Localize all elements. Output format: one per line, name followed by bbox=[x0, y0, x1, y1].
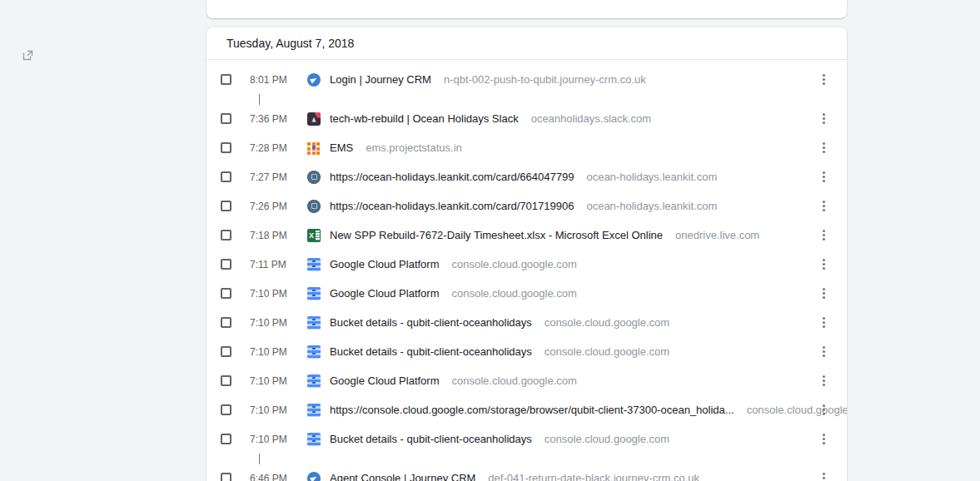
gcp-favicon-icon bbox=[307, 374, 321, 388]
visit-time: 7:27 PM bbox=[250, 171, 307, 183]
row-checkbox[interactable] bbox=[221, 434, 231, 444]
history-row: 7:10 PMBucket details - qubit-client-oce… bbox=[206, 308, 847, 337]
history-row: 7:10 PMGoogle Cloud Platformconsole.clou… bbox=[206, 279, 847, 308]
gcp-favicon-icon bbox=[307, 287, 321, 300]
page-domain: onedrive.live.com bbox=[675, 229, 759, 241]
page-title-link[interactable]: Google Cloud Platform bbox=[330, 287, 440, 300]
page-title-link[interactable]: https://ocean-holidays.leankit.com/card/… bbox=[330, 171, 574, 183]
open-in-new-icon[interactable] bbox=[22, 50, 33, 61]
history-list: 8:01 PMLogin | Journey CRMn-qbt-002-push… bbox=[206, 60, 847, 481]
visit-time: 7:26 PM bbox=[250, 201, 307, 212]
kebab-menu-icon[interactable] bbox=[818, 473, 829, 481]
date-header: Tuesday, August 7, 2018 bbox=[206, 27, 847, 60]
row-gap bbox=[206, 94, 847, 104]
page-title-link[interactable]: tech-wb-rebuild | Ocean Holidays Slack bbox=[330, 112, 519, 125]
page-title-link[interactable]: https://console.cloud.google.com/storage… bbox=[330, 404, 734, 416]
page-title-link[interactable]: Google Cloud Platform bbox=[330, 258, 440, 270]
history-row: 7:11 PMGoogle Cloud Platformconsole.clou… bbox=[206, 250, 847, 279]
history-row: 7:10 PMhttps://console.cloud.google.com/… bbox=[206, 395, 847, 424]
row-gap bbox=[206, 454, 847, 464]
row-checkbox[interactable] bbox=[221, 230, 231, 240]
page-title-link[interactable]: Agent Console | Journey CRM bbox=[330, 472, 475, 481]
journey-favicon-icon bbox=[307, 73, 321, 87]
page-domain: ocean-holidays.leankit.com bbox=[586, 171, 717, 183]
kebab-menu-icon[interactable] bbox=[818, 434, 829, 444]
page-title-link[interactable]: Bucket details - qubit-client-oceanholid… bbox=[330, 433, 532, 445]
history-row: 6:46 PMAgent Console | Journey CRMdef-04… bbox=[206, 464, 847, 481]
page-domain: console.cloud.google.com bbox=[452, 258, 577, 270]
row-checkbox[interactable] bbox=[221, 259, 231, 270]
row-checkbox[interactable] bbox=[221, 473, 231, 481]
page-title-link[interactable]: New SPP Rebuild-7672-Daily Timesheet.xls… bbox=[330, 229, 663, 241]
gcp-favicon-icon bbox=[307, 433, 321, 446]
history-card: Tuesday, August 7, 2018 8:01 PMLogin | J… bbox=[206, 27, 847, 481]
row-checkbox[interactable] bbox=[221, 74, 231, 85]
gcp-favicon-icon bbox=[307, 404, 321, 417]
kebab-menu-icon[interactable] bbox=[818, 74, 829, 85]
row-checkbox[interactable] bbox=[221, 113, 231, 124]
visit-time: 7:10 PM bbox=[250, 434, 307, 445]
page-domain: def-041-return-date-black.journey-crm.co… bbox=[488, 472, 699, 481]
row-checkbox[interactable] bbox=[221, 142, 231, 153]
row-checkbox[interactable] bbox=[221, 346, 231, 357]
leankit-favicon-icon bbox=[307, 171, 321, 184]
row-checkbox[interactable] bbox=[221, 375, 231, 386]
history-row: 7:10 PMBucket details - qubit-client-oce… bbox=[206, 337, 847, 366]
kebab-menu-icon[interactable] bbox=[818, 113, 829, 124]
row-checkbox[interactable] bbox=[221, 404, 231, 415]
history-row: 7:26 PMhttps://ocean-holidays.leankit.co… bbox=[206, 191, 847, 221]
history-row: 7:27 PMhttps://ocean-holidays.leankit.co… bbox=[206, 162, 847, 191]
kebab-menu-icon[interactable] bbox=[818, 201, 829, 211]
page-domain: console.cloud.google.com bbox=[452, 287, 577, 300]
page-domain: ems.projectstatus.in bbox=[366, 141, 462, 154]
page-domain: console.cloud.google.com bbox=[545, 316, 669, 329]
page-title-link[interactable]: https://ocean-holidays.leankit.com/card/… bbox=[330, 200, 574, 212]
kebab-menu-icon[interactable] bbox=[818, 259, 829, 270]
kebab-menu-icon[interactable] bbox=[818, 171, 829, 182]
visit-time: 7:36 PM bbox=[250, 113, 307, 125]
page-domain: console.cloud.google.com bbox=[545, 345, 669, 358]
row-checkbox[interactable] bbox=[221, 288, 231, 299]
kebab-menu-icon[interactable] bbox=[818, 142, 829, 153]
row-checkbox[interactable] bbox=[221, 201, 231, 211]
kebab-menu-icon[interactable] bbox=[818, 346, 829, 357]
history-row: 7:36 PMtech-wb-rebuild | Ocean Holidays … bbox=[206, 104, 847, 133]
date-header-label: Tuesday, August 7, 2018 bbox=[226, 37, 354, 50]
kebab-menu-icon[interactable] bbox=[818, 288, 829, 299]
history-row: 7:18 PMNew SPP Rebuild-7672-Daily Timesh… bbox=[206, 221, 847, 250]
journey-favicon-icon bbox=[307, 472, 321, 481]
row-checkbox[interactable] bbox=[221, 171, 231, 182]
visit-time: 6:46 PM bbox=[250, 473, 307, 481]
page-domain: console.cloud.google.com bbox=[545, 433, 669, 445]
visit-time: 7:28 PM bbox=[250, 142, 307, 154]
page-title-link[interactable]: Bucket details - qubit-client-oceanholid… bbox=[330, 345, 532, 358]
kebab-menu-icon[interactable] bbox=[818, 404, 829, 415]
page-title-link[interactable]: Google Cloud Platform bbox=[330, 374, 440, 387]
page-domain: ocean-holidays.leankit.com bbox=[586, 200, 717, 212]
visit-time: 7:10 PM bbox=[250, 288, 307, 300]
visit-time: 8:01 PM bbox=[250, 74, 307, 86]
visit-time: 7:18 PM bbox=[250, 230, 307, 241]
page-domain: oceanholidays.slack.com bbox=[531, 112, 652, 125]
visit-time: 7:10 PM bbox=[250, 404, 307, 416]
page-title-link[interactable]: Login | Journey CRM bbox=[330, 73, 431, 86]
ems-favicon-icon bbox=[307, 141, 321, 155]
history-row: 7:28 PMEMSems.projectstatus.in bbox=[206, 133, 847, 162]
visit-time: 7:11 PM bbox=[250, 259, 307, 270]
leankit-favicon-icon bbox=[307, 200, 321, 213]
kebab-menu-icon[interactable] bbox=[818, 375, 829, 386]
kebab-menu-icon[interactable] bbox=[818, 230, 829, 240]
history-row: 7:10 PMBucket details - qubit-client-oce… bbox=[206, 424, 847, 454]
gcp-favicon-icon bbox=[307, 316, 321, 330]
page-title-link[interactable]: Bucket details - qubit-client-oceanholid… bbox=[330, 316, 532, 329]
excel-favicon-icon bbox=[307, 229, 321, 242]
page-title-link[interactable]: EMS bbox=[330, 141, 353, 154]
row-checkbox[interactable] bbox=[221, 317, 231, 328]
visit-time: 7:10 PM bbox=[250, 375, 307, 387]
page-domain: console.cloud.google.com bbox=[747, 404, 847, 416]
page-domain: n-qbt-002-push-to-qubit.journey-crm.co.u… bbox=[444, 73, 646, 86]
visit-time: 7:10 PM bbox=[250, 317, 307, 329]
kebab-menu-icon[interactable] bbox=[818, 317, 829, 328]
visit-time: 7:10 PM bbox=[250, 346, 307, 358]
gcp-favicon-icon bbox=[307, 258, 321, 271]
